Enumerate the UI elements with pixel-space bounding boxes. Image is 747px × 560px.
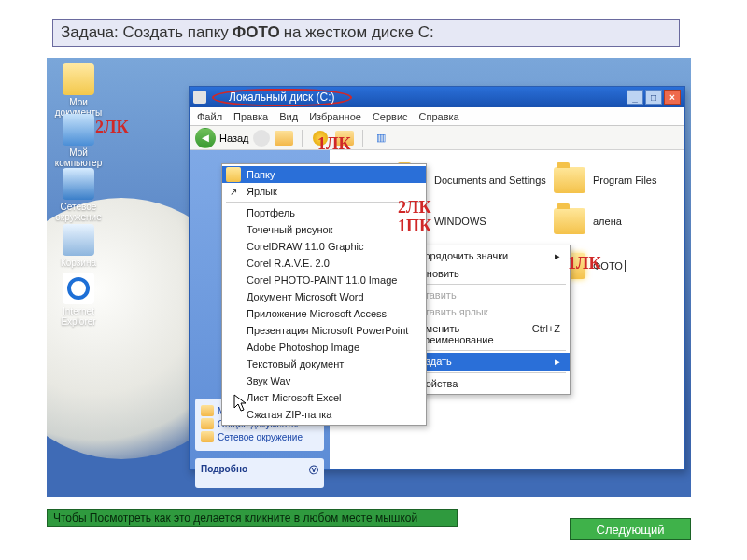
context-submenu-create: ПапкуЯрлыкПортфельТочечный рисунокCorelD… — [221, 163, 427, 426]
submenu-item[interactable]: Папку — [222, 166, 426, 183]
toolbar: ◄ Назад ▥ — [190, 126, 684, 150]
views-button[interactable]: ▥ — [371, 129, 391, 147]
network-icon — [63, 168, 94, 200]
submenu-item[interactable]: Звук Wav — [222, 372, 426, 389]
drive-icon — [193, 91, 206, 104]
submenu-item[interactable]: Точечный рисунок — [222, 221, 426, 238]
annotation-2lk-mycomputer: 2ЛК — [95, 118, 128, 137]
ctx-undo-rename[interactable]: Отменить переименованиеCtrl+Z — [403, 320, 570, 348]
close-button[interactable]: × — [664, 90, 681, 105]
submenu-item[interactable]: Corel R.A.V.E. 2.0 — [222, 255, 426, 272]
ctx-properties[interactable]: Свойства — [403, 375, 570, 392]
desktop[interactable]: Мои документы Мой компьютер Сетевое окру… — [47, 58, 691, 497]
back-label[interactable]: Назад — [219, 133, 249, 144]
task-prefix: Задача: Создать папку — [61, 23, 229, 42]
ctx-create[interactable]: Создать▸ — [403, 353, 570, 371]
up-button[interactable] — [274, 129, 294, 147]
folder-alena[interactable]: алена — [554, 208, 622, 234]
annotation-1lk-folder: 1ЛК — [317, 134, 350, 154]
sidebar-link-network[interactable]: Сетевое окружение — [201, 430, 318, 443]
submenu-item[interactable]: Портфель — [222, 204, 426, 221]
annotation-1lk-create: 1ЛК — [568, 254, 600, 273]
documents-icon — [63, 63, 94, 95]
annotation-2lk-disk: 2ЛК — [398, 198, 430, 217]
annotation-1pk-context: 1ПК — [398, 217, 431, 236]
submenu-item[interactable]: Текстовый документ — [222, 356, 426, 372]
window-titlebar[interactable]: Локальный диск (C:) _ □ × — [190, 87, 684, 107]
back-button[interactable]: ◄ — [195, 128, 216, 148]
menu-tools[interactable]: Сервис — [373, 111, 408, 122]
folder-icon — [554, 167, 585, 193]
explorer-window: Локальный диск (C:) _ □ × Файл Правка Ви… — [189, 86, 685, 470]
maximize-button[interactable]: □ — [645, 90, 662, 105]
forward-button[interactable] — [253, 130, 270, 147]
bin-icon — [63, 224, 94, 256]
task-suffix: на жестком диске С: — [284, 23, 434, 42]
computer-icon — [63, 114, 94, 146]
task-header: Задача: Создать папку ФОТО на жестком ди… — [52, 19, 680, 47]
hint-bar: Чтобы Посмотреть как это делается кликни… — [47, 509, 458, 527]
menu-file[interactable]: Файл — [197, 111, 222, 122]
menu-edit[interactable]: Правка — [233, 111, 268, 122]
submenu-item[interactable]: Сжатая ZIP-папка — [222, 406, 426, 423]
desktop-icon-recycle-bin[interactable]: Корзина — [52, 224, 105, 268]
context-menu: Упорядочить значки▸ Обновить Вставить Вс… — [402, 245, 571, 395]
sidebar-panel-details: Подробноⓥ — [195, 458, 324, 488]
submenu-item[interactable]: CorelDRAW 11.0 Graphic — [222, 238, 426, 255]
submenu-item[interactable]: Adobe Photoshop Image — [222, 339, 426, 356]
cursor-icon — [233, 394, 248, 413]
folder-program-files[interactable]: Program Files — [554, 167, 656, 193]
ie-icon — [63, 273, 94, 304]
desktop-icon-my-documents[interactable]: Мои документы — [52, 63, 105, 118]
ctx-paste-shortcut: Вставить ярлык — [403, 303, 570, 320]
submenu-item[interactable]: Corel PHOTO-PAINT 11.0 Image — [222, 272, 426, 288]
ctx-refresh[interactable]: Обновить — [403, 265, 570, 282]
submenu-item[interactable]: Приложение Microsoft Access — [222, 305, 426, 322]
next-button[interactable]: Следующий — [570, 518, 691, 540]
submenu-item[interactable]: Документ Microsoft Word — [222, 288, 426, 305]
minimize-button[interactable]: _ — [627, 90, 643, 105]
menu-view[interactable]: Вид — [279, 111, 298, 122]
submenu-item[interactable]: Ярлык — [222, 183, 426, 200]
task-folder-name: ФОТО — [233, 23, 280, 42]
window-title: Локальный диск (C:) — [212, 89, 352, 106]
ctx-arrange-icons[interactable]: Упорядочить значки▸ — [403, 247, 570, 265]
menu-favorites[interactable]: Избранное — [309, 111, 361, 122]
submenu-item[interactable]: Презентация Microsoft PowerPoint — [222, 322, 426, 339]
folder-icon — [554, 208, 585, 234]
menu-help[interactable]: Справка — [419, 111, 459, 122]
submenu-item[interactable]: Лист Microsoft Excel — [222, 389, 426, 406]
desktop-icon-internet-explorer[interactable]: Internet Explorer — [52, 273, 105, 327]
ctx-paste: Вставить — [403, 287, 570, 303]
menubar: Файл Правка Вид Избранное Сервис Справка — [190, 107, 684, 126]
desktop-icon-network[interactable]: Сетевое окружение — [52, 168, 105, 222]
